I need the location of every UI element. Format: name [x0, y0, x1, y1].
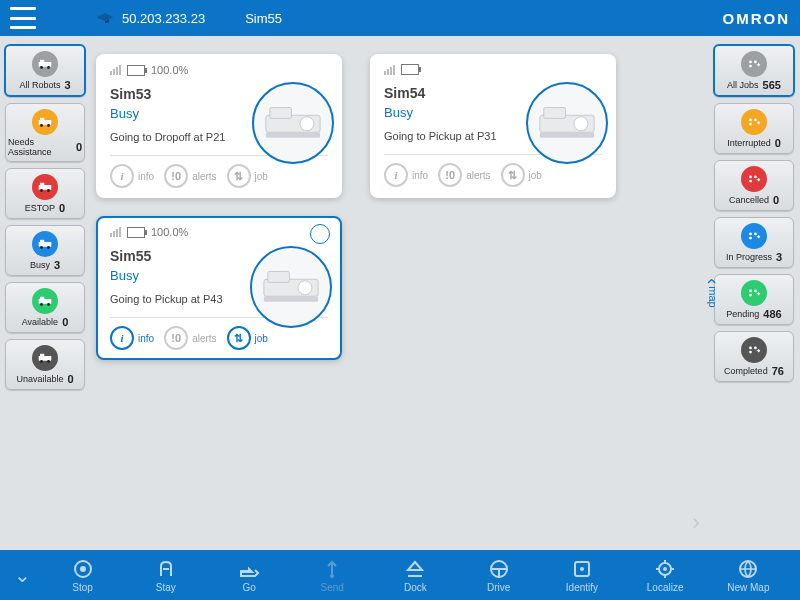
sidebar-item-count: 3	[54, 259, 60, 271]
stop-button[interactable]: Stop	[45, 558, 120, 593]
svg-rect-23	[40, 354, 44, 357]
info-button[interactable]: iinfo	[384, 163, 428, 187]
robot-card-sim55[interactable]: 100.0%Sim55BusyGoing to Pickup at P43iin…	[96, 216, 342, 360]
svg-rect-35	[264, 296, 318, 301]
map-drawer-handle[interactable]: ‹ map	[704, 278, 722, 307]
identify-icon	[571, 558, 593, 580]
chevron-right-icon[interactable]: ›	[692, 508, 700, 536]
svg-point-44	[749, 180, 752, 183]
dock-button[interactable]: Dock	[378, 558, 453, 593]
svg-rect-25	[270, 108, 292, 119]
sidebar-item-cancelled[interactable]: Cancelled 0	[714, 160, 794, 211]
alerts-button[interactable]: !0alerts	[164, 164, 216, 188]
svg-point-40	[754, 119, 757, 122]
svg-point-13	[40, 246, 43, 249]
svg-point-36	[749, 61, 752, 64]
sidebar-item-count: 0	[76, 141, 82, 153]
hat-icon	[96, 13, 114, 23]
robot-card-sim53[interactable]: 100.0%Sim53BusyGoing to Dropoff at P21ii…	[96, 54, 342, 198]
sidebar-item-completed[interactable]: Completed 76	[714, 331, 794, 382]
sidebar-item-busy[interactable]: Busy 3	[5, 225, 85, 276]
svg-point-34	[298, 281, 312, 295]
svg-rect-31	[540, 132, 594, 137]
card-actions: iinfo!0alerts⇅job	[384, 163, 602, 187]
needs-assistance-icon	[32, 109, 58, 135]
localize-button[interactable]: Localize	[628, 558, 703, 593]
svg-point-17	[40, 303, 43, 306]
go-button[interactable]: Go	[211, 558, 286, 593]
robot-card-sim54[interactable]: Sim54BusyGoing to Pickup at P31iinfo!0al…	[370, 54, 616, 198]
sidebar-item-label: In Progress	[726, 252, 772, 262]
svg-point-56	[330, 574, 334, 578]
svg-point-45	[749, 233, 752, 236]
robot-grid: 100.0%Sim53BusyGoing to Dropoff at P21ii…	[90, 36, 708, 550]
svg-rect-4	[39, 120, 52, 125]
job-button[interactable]: ⇅job	[501, 163, 542, 187]
job-button[interactable]: ⇅job	[227, 164, 268, 188]
svg-point-18	[47, 303, 50, 306]
new-map-button[interactable]: New Map	[711, 558, 786, 593]
ip-address: 50.203.233.23	[122, 11, 205, 26]
sidebar-item-label: All Jobs	[727, 80, 759, 90]
sidebar-item-in-progress[interactable]: In Progress 3	[714, 217, 794, 268]
identify-button[interactable]: Identify	[544, 558, 619, 593]
chevron-left-icon: ‹	[704, 278, 722, 284]
toolbar-label: Localize	[647, 582, 684, 593]
robot-image	[526, 82, 608, 164]
sidebar-item-label: Needs Assistance	[8, 137, 72, 157]
estop-icon	[32, 174, 58, 200]
chevron-down-icon[interactable]: ⌄	[14, 563, 31, 587]
svg-point-1	[40, 66, 43, 69]
info-button[interactable]: iinfo	[110, 326, 154, 350]
toolbar-label: Go	[242, 582, 255, 593]
pending-icon	[741, 280, 767, 306]
svg-point-42	[749, 176, 752, 179]
job-button[interactable]: ⇅job	[227, 326, 268, 350]
svg-point-30	[574, 117, 588, 131]
info-button[interactable]: iinfo	[110, 164, 154, 188]
sidebar-item-count: 3	[776, 251, 782, 263]
battery-icon	[127, 227, 145, 238]
send-icon	[321, 558, 343, 580]
send-button[interactable]: Send	[295, 558, 370, 593]
svg-point-6	[47, 124, 50, 127]
sidebar-item-count: 0	[775, 137, 781, 149]
connection-info: 50.203.233.23	[96, 11, 205, 26]
page-title: Sim55	[245, 11, 282, 26]
stay-icon	[155, 558, 177, 580]
svg-rect-16	[39, 299, 52, 304]
alerts-button[interactable]: !0alerts	[164, 326, 216, 350]
sidebar-item-count: 76	[772, 365, 784, 377]
sidebar-item-unavailable[interactable]: Unavailable 0	[5, 339, 85, 390]
battery-level: 100.0%	[151, 226, 188, 238]
bottom-toolbar: ⌄ StopStayGoSendDockDriveIdentifyLocaliz…	[0, 550, 800, 600]
all-jobs-icon	[741, 51, 767, 77]
sidebar-item-all-robots[interactable]: All Robots 3	[4, 44, 86, 97]
sidebar-item-interrupted[interactable]: Interrupted 0	[714, 103, 794, 154]
card-actions: iinfo!0alerts⇅job	[110, 164, 328, 188]
sidebar-item-needs-assistance[interactable]: Needs Assistance 0	[5, 103, 85, 162]
alerts-button[interactable]: !0alerts	[438, 163, 490, 187]
svg-rect-20	[39, 356, 52, 361]
sidebar-item-label: Available	[22, 317, 58, 327]
menu-button[interactable]	[10, 7, 36, 29]
all-robots-icon	[32, 51, 58, 77]
svg-point-51	[749, 347, 752, 350]
svg-point-2	[47, 66, 50, 69]
sidebar-item-label: Interrupted	[727, 138, 771, 148]
sidebar-item-label: Cancelled	[729, 195, 769, 205]
sidebar-item-pending[interactable]: Pending 486	[714, 274, 794, 325]
sidebar-item-all-jobs[interactable]: All Jobs 565	[713, 44, 795, 97]
sidebar-item-estop[interactable]: ESTOP 0	[5, 168, 85, 219]
card-actions: iinfo!0alerts⇅job	[110, 326, 328, 350]
sidebar-item-available[interactable]: Available 0	[5, 282, 85, 333]
svg-point-50	[749, 294, 752, 297]
main-area: All Robots 3Needs Assistance 0ESTOP 0Bus…	[0, 36, 800, 550]
unavailable-icon	[32, 345, 58, 371]
stay-button[interactable]: Stay	[128, 558, 203, 593]
svg-rect-0	[39, 62, 52, 67]
svg-rect-19	[40, 297, 44, 300]
toolbar-label: New Map	[727, 582, 769, 593]
drive-button[interactable]: Drive	[461, 558, 536, 593]
svg-point-5	[40, 124, 43, 127]
